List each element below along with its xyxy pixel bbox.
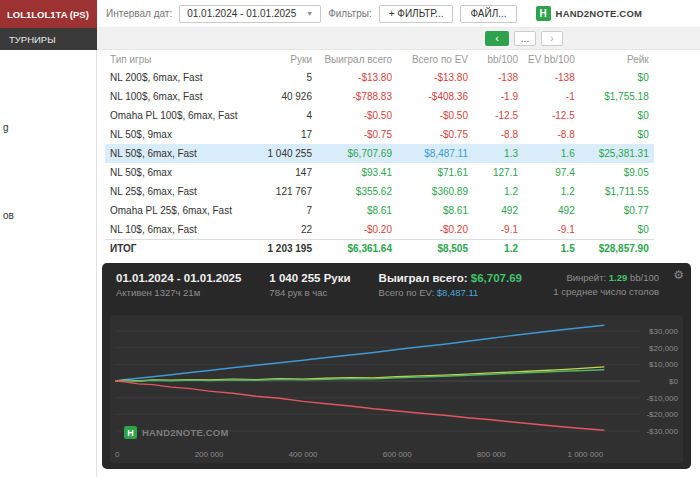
hand2note-watermark-icon: H bbox=[124, 426, 137, 439]
tab-tournaments[interactable]: ТУРНИРЫ bbox=[0, 28, 97, 50]
graph-watermark: H HAND2NOTE.COM bbox=[124, 426, 229, 439]
y-axis-tick-label: -$20,000 bbox=[646, 410, 678, 419]
table-header-row: Тип игры Руки Выиграл всего Всего по EV … bbox=[105, 50, 654, 68]
cell-ev: $360.89 bbox=[397, 182, 473, 201]
tournaments-tab-label: ТУРНИРЫ bbox=[9, 34, 56, 45]
sidebar: g ов bbox=[0, 50, 97, 477]
cell-bb100: -138 bbox=[473, 68, 523, 87]
table-row[interactable]: NL 50$, 6max 147 $93.41 $71.61 127.1 97.… bbox=[105, 163, 654, 182]
panel-winrate-line: Винрейт: 1.29 bb/100 bbox=[553, 272, 659, 283]
cell-ev: $71.61 bbox=[397, 163, 473, 182]
cell-ev: $8,505 bbox=[397, 239, 473, 258]
cell-bb100: -1.9 bbox=[473, 87, 523, 106]
more-button[interactable]: ... bbox=[514, 31, 536, 46]
gear-icon[interactable]: ⚙ bbox=[673, 268, 684, 282]
sidebar-item[interactable]: g bbox=[3, 122, 9, 133]
cell-ev: -$0.20 bbox=[397, 220, 473, 239]
date-range-value: 01.01.2024 - 01.01.2025 bbox=[187, 8, 296, 19]
table-row[interactable]: NL 50$, 9max 17 -$0.75 -$0.75 -8.8 -8.8 … bbox=[105, 125, 654, 144]
cell-won: $8.61 bbox=[317, 201, 397, 220]
hand2note-logo-icon: H bbox=[536, 6, 551, 21]
hand2note-logo-text: HAND2NOTE.COM bbox=[556, 8, 643, 19]
cell-ev-bb100: -138 bbox=[523, 68, 580, 87]
y-axis-tick-label: -$10,000 bbox=[646, 394, 678, 403]
cell-rake: $0 bbox=[580, 68, 654, 87]
cell-ev: $8.61 bbox=[397, 201, 473, 220]
panel-ev-line: Всего по EV: $8,487.11 bbox=[379, 287, 522, 298]
x-axis-tick-label: 0 bbox=[115, 450, 120, 459]
col-header-ev[interactable]: Всего по EV bbox=[397, 50, 473, 68]
cell-hands: 17 bbox=[253, 125, 317, 144]
panel-ev-value: $8,487.11 bbox=[437, 287, 479, 298]
panel-avg-tables: 1 среднее число столов bbox=[553, 286, 659, 297]
col-header-rake[interactable]: Рейк bbox=[580, 50, 654, 68]
cell-ev: -$0.50 bbox=[397, 106, 473, 125]
sub-toolbar: ‹ ... › bbox=[97, 28, 700, 50]
col-header-bb100[interactable]: bb/100 bbox=[473, 50, 523, 68]
col-header-game-type[interactable]: Тип игры bbox=[105, 50, 253, 68]
cell-game-type: NL 100$, 6max, Fast bbox=[105, 87, 253, 106]
table-row[interactable]: Omaha PL 100$, 6max, Fast 4 -$0.50 -$0.5… bbox=[105, 106, 654, 125]
table-total-row[interactable]: ИТОГ 1 203 195 $6,361.64 $8,505 1.2 1.5 … bbox=[105, 239, 654, 258]
cell-ev: $8,487.11 bbox=[397, 144, 473, 163]
cell-hands: 4 bbox=[253, 106, 317, 125]
cell-game-type: NL 50$, 9max bbox=[105, 125, 253, 144]
date-range-input[interactable]: 01.01.2024 - 01.01.2025 ▼ bbox=[179, 5, 321, 23]
cell-rake: $0 bbox=[580, 125, 654, 144]
tab-account[interactable]: LOL1LOL1TA (PS) bbox=[0, 0, 97, 28]
cell-hands: 5 bbox=[253, 68, 317, 87]
cell-bb100: -12.5 bbox=[473, 106, 523, 125]
cell-won: $93.41 bbox=[317, 163, 397, 182]
cell-game-type: NL 200$, 6max, Fast bbox=[105, 68, 253, 87]
cell-game-type: NL 10$, 6max, Fast bbox=[105, 220, 253, 239]
y-axis-tick-label: -$30,000 bbox=[646, 427, 678, 436]
cell-won: -$0.50 bbox=[317, 106, 397, 125]
cell-rake: $0 bbox=[580, 220, 654, 239]
y-axis-tick-label: $10,000 bbox=[649, 360, 678, 369]
table-row[interactable]: NL 50$, 6max, Fast 1 040 255 $6,707.69 $… bbox=[105, 144, 654, 163]
file-button[interactable]: ФАЙЛ... bbox=[460, 5, 516, 23]
cell-won: -$788.83 bbox=[317, 87, 397, 106]
col-header-ev-bb100[interactable]: EV bb/100 bbox=[523, 50, 580, 68]
panel-hands-block: 1 040 255 Руки 784 рук в час bbox=[269, 272, 350, 298]
date-interval-label: Интервал дат: bbox=[106, 8, 172, 19]
panel-winrate-unit: bb/100 bbox=[630, 272, 659, 283]
panel-winrate-label: Винрейт: bbox=[566, 272, 606, 283]
back-button[interactable]: ‹ bbox=[485, 31, 509, 46]
cell-game-type: Omaha PL 100$, 6max, Fast bbox=[105, 106, 253, 125]
table-row[interactable]: Omaha PL 25$, 6max, Fast 7 $8.61 $8.61 4… bbox=[105, 201, 654, 220]
cell-game-type: ИТОГ bbox=[105, 239, 253, 258]
panel-won-value: $6,707.69 bbox=[471, 272, 522, 284]
panel-date-range: 01.01.2024 - 01.01.2025 bbox=[116, 272, 241, 284]
cell-rake: $1,711.55 bbox=[580, 182, 654, 201]
forward-button[interactable]: › bbox=[541, 31, 563, 46]
panel-won-label: Выиграл всего: bbox=[379, 272, 468, 284]
cell-rake: $0.77 bbox=[580, 201, 654, 220]
cell-ev: -$0.75 bbox=[397, 125, 473, 144]
cell-ev: -$13.80 bbox=[397, 68, 473, 87]
table-row[interactable]: NL 100$, 6max, Fast 40 926 -$788.83 -$40… bbox=[105, 87, 654, 106]
hand2note-logo: H HAND2NOTE.COM bbox=[536, 6, 643, 21]
y-axis-tick-label: $0 bbox=[669, 377, 678, 386]
cell-ev-bb100: 97.4 bbox=[523, 163, 580, 182]
y-axis-tick-label: $20,000 bbox=[649, 344, 678, 353]
cell-bb100: 1.2 bbox=[473, 182, 523, 201]
non-showdown-winnings-line bbox=[115, 381, 604, 430]
add-filter-button[interactable]: + ФИЛЬТР... bbox=[379, 5, 454, 23]
panel-date-block: 01.01.2024 - 01.01.2025 Активен 1327ч 21… bbox=[116, 272, 241, 298]
cell-won: $6,361.64 bbox=[317, 239, 397, 258]
table-row[interactable]: NL 25$, 6max, Fast 121 767 $355.62 $360.… bbox=[105, 182, 654, 201]
cell-rake: $25,381.31 bbox=[580, 144, 654, 163]
table-row[interactable]: NL 200$, 6max, Fast 5 -$13.80 -$13.80 -1… bbox=[105, 68, 654, 87]
sidebar-item[interactable]: ов bbox=[3, 210, 14, 221]
col-header-won[interactable]: Выиграл всего bbox=[317, 50, 397, 68]
cell-game-type: NL 25$, 6max, Fast bbox=[105, 182, 253, 201]
cell-hands: 40 926 bbox=[253, 87, 317, 106]
col-header-hands[interactable]: Руки bbox=[253, 50, 317, 68]
x-axis-tick-label: 1 000 000 bbox=[568, 450, 604, 459]
graph-panel-header: 01.01.2024 - 01.01.2025 Активен 1327ч 21… bbox=[102, 263, 691, 302]
cell-won: -$0.20 bbox=[317, 220, 397, 239]
cell-hands: 7 bbox=[253, 201, 317, 220]
cell-ev-bb100: 1.2 bbox=[523, 182, 580, 201]
table-row[interactable]: NL 10$, 6max, Fast 22 -$0.20 -$0.20 -9.1… bbox=[105, 220, 654, 239]
